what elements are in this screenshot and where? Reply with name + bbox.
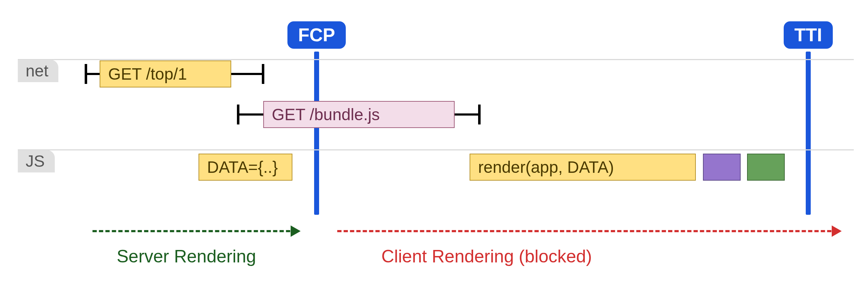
get-top-whisker-right (231, 73, 263, 75)
server-rendering-arrow (92, 220, 300, 242)
get-top-whisker-left-cap (85, 64, 87, 84)
get-bundle-whisker-left-cap (237, 105, 239, 124)
client-rendering-arrow (337, 220, 841, 242)
get-top-whisker-right-cap (262, 64, 264, 84)
server-rendering-label: Server Rendering (117, 246, 256, 267)
tti-marker-line (806, 52, 811, 215)
get-bundle-whisker-right (455, 113, 480, 116)
net-row-line (18, 59, 854, 60)
task-render: render(app, DATA) (470, 154, 696, 181)
block-green (747, 154, 785, 181)
task-get-bundle: GET /bundle.js (263, 101, 455, 128)
js-row-line (18, 149, 854, 150)
js-row-label: JS (18, 150, 55, 172)
get-bundle-whisker-right-cap (478, 105, 481, 124)
task-data: DATA={..} (199, 154, 292, 181)
client-rendering-label: Client Rendering (blocked) (381, 246, 592, 267)
tti-marker: TTI (784, 21, 833, 49)
block-purple (703, 154, 741, 181)
fcp-marker-line (314, 52, 319, 215)
get-top-whisker-left (86, 73, 100, 75)
net-row-label: net (18, 60, 58, 82)
fcp-marker: FCP (287, 21, 346, 49)
rendering-timeline-diagram: net JS FCP TTI GET /top/1 GET /bundle.js… (0, 0, 868, 293)
task-get-top: GET /top/1 (100, 60, 231, 87)
get-bundle-whisker-left (238, 113, 263, 116)
